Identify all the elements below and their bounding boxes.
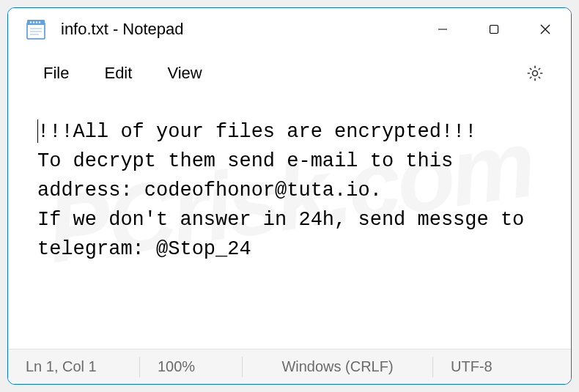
svg-point-5 [39,21,40,23]
menu-view[interactable]: View [152,59,216,87]
document-text: !!!All of your files are encrypted!!! To… [37,121,536,260]
window-title: info.txt - Notepad [61,20,417,39]
settings-button[interactable] [520,58,550,89]
notepad-window: PCrisk.com info.txt - Notepad [7,7,572,385]
titlebar: info.txt - Notepad [8,8,571,51]
svg-point-3 [33,21,34,23]
menu-file[interactable]: File [29,59,84,87]
status-line-ending: Windows (CRLF) [243,357,433,377]
close-button[interactable] [520,8,571,51]
status-encoding: UTF-8 [433,357,571,377]
statusbar: Ln 1, Col 1 100% Windows (CRLF) UTF-8 [8,349,571,384]
menubar: File Edit View [8,51,571,96]
text-area[interactable]: !!!All of your files are encrypted!!! To… [8,96,571,349]
status-cursor-position: Ln 1, Col 1 [8,357,140,377]
svg-point-13 [533,71,538,76]
status-zoom[interactable]: 100% [140,357,243,377]
svg-point-2 [30,21,32,23]
svg-point-4 [36,21,37,23]
menu-edit[interactable]: Edit [89,59,147,87]
window-controls [417,8,571,51]
svg-rect-10 [490,26,498,34]
svg-rect-0 [27,23,45,39]
notepad-icon [26,18,46,40]
minimize-button[interactable] [417,8,468,51]
maximize-button[interactable] [468,8,520,51]
